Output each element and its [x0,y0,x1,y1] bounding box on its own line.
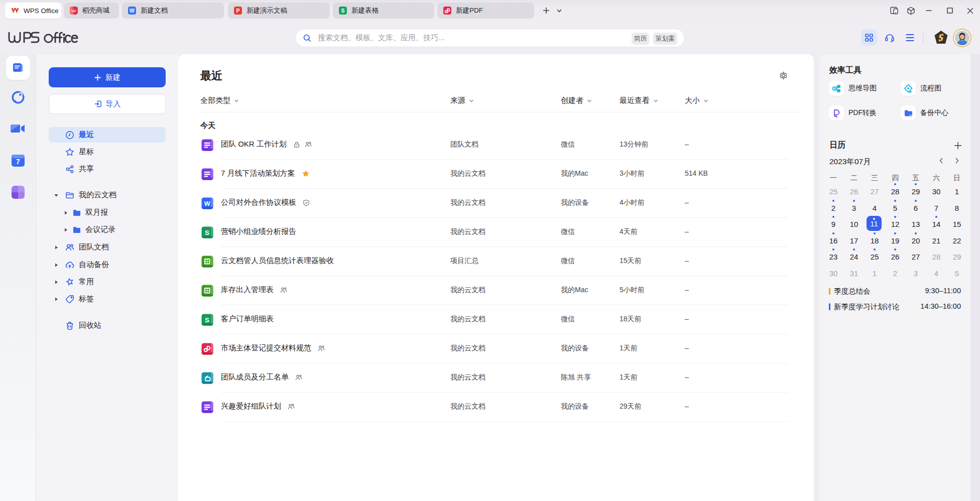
svg-text:P: P [236,8,239,14]
svg-text:S: S [341,8,344,14]
svg-text:7: 7 [16,158,20,166]
svg-text:W: W [130,8,135,14]
